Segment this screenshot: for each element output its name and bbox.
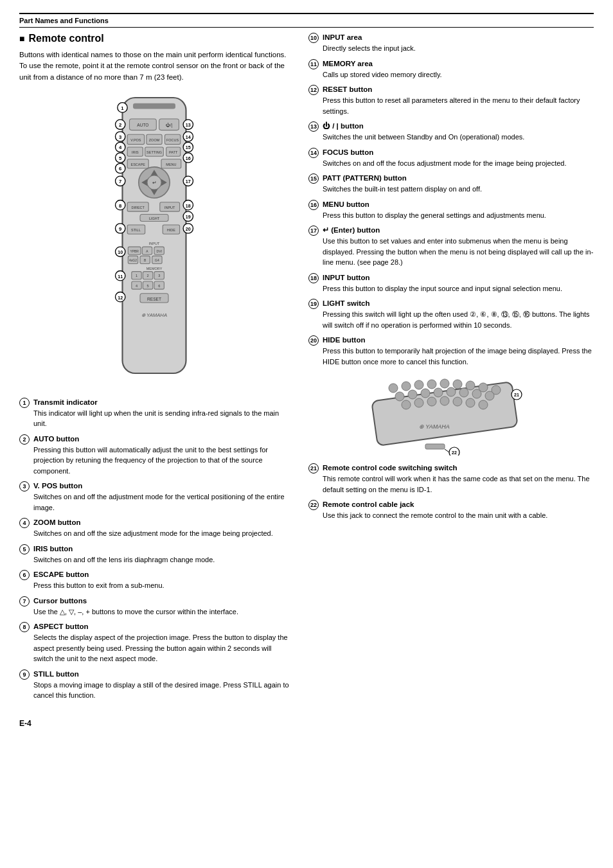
item-number: 19 — [308, 299, 319, 309]
list-item: 5 IRIS button Switches on and off the le… — [19, 544, 289, 565]
list-item: 13 ⏻ / | button Switches the unit betwee… — [308, 121, 594, 143]
list-item: 8 ASPECT button Selects the display aspe… — [19, 622, 289, 664]
svg-text:19: 19 — [186, 215, 191, 220]
item-number: 7 — [19, 596, 30, 607]
item-label: Remote control code switching switch — [323, 464, 458, 472]
svg-text:4xG2: 4xG2 — [129, 259, 137, 262]
svg-text:PATT: PATT — [169, 150, 178, 154]
svg-text:↵: ↵ — [152, 180, 157, 186]
item-label: Transmit indicator — [33, 398, 98, 406]
item-number: 2 — [19, 434, 30, 445]
item-number: 10 — [308, 33, 319, 43]
svg-text:DIRECT: DIRECT — [131, 205, 145, 209]
list-item: 10 INPUT area Directly selects the input… — [308, 33, 594, 54]
item-title: 1 Transmit indicator — [19, 398, 289, 408]
remote-control-image-bottom: ⊕ YAMAHA 21 22 — [308, 372, 594, 456]
list-item: 6 ESCAPE button Press this button to exi… — [19, 570, 289, 591]
svg-text:2: 2 — [119, 122, 121, 128]
svg-point-110 — [402, 382, 411, 391]
item-number: 9 — [19, 669, 30, 680]
svg-text:4: 4 — [136, 284, 138, 288]
item-label: MENU button — [323, 200, 369, 208]
list-item: 14 FOCUS button Switches on and off the … — [308, 148, 594, 169]
item-number: 5 — [19, 544, 30, 554]
item-number: 17 — [308, 226, 319, 236]
svg-text:6: 6 — [119, 166, 121, 172]
svg-text:1: 1 — [121, 105, 124, 111]
svg-point-114 — [453, 380, 462, 389]
svg-text:2: 2 — [147, 274, 149, 278]
svg-text:11: 11 — [118, 274, 123, 279]
item-label: ASPECT button — [33, 623, 89, 630]
item-desc: Calls up stored video memory directly. — [323, 69, 594, 80]
item-desc: This indicator will light up when the un… — [33, 408, 289, 429]
svg-text:5: 5 — [119, 155, 122, 161]
item-label: STILL button — [33, 670, 79, 678]
item-label: HIDE button — [323, 336, 365, 344]
item-number: 8 — [19, 622, 30, 632]
item-desc: Pressing this switch will light up the o… — [323, 309, 594, 330]
item-number: 18 — [308, 273, 319, 283]
list-item: 3 V. POS button Switches on and off the … — [19, 481, 289, 513]
item-label: MEMORY area — [323, 60, 373, 67]
item-number: 13 — [308, 121, 319, 132]
svg-text:5: 5 — [147, 284, 149, 288]
page: Part Names and Functions Remote control … — [0, 0, 613, 741]
item-desc: This remote control will work when it ha… — [323, 474, 594, 495]
item-title: 9 STILL button — [19, 669, 289, 680]
item-title: 4 ZOOM button — [19, 518, 289, 528]
svg-point-123 — [459, 388, 468, 397]
item-number: 1 — [19, 398, 30, 408]
item-label: ESCAPE button — [33, 571, 89, 578]
svg-text:1: 1 — [136, 274, 138, 278]
item-label: AUTO button — [33, 435, 79, 443]
list-item: 7 Cursor buttons Use the △, ▽, –, + butt… — [19, 596, 289, 617]
svg-point-129 — [440, 396, 449, 405]
item-desc: Directly selects the input jack. — [323, 43, 594, 54]
part-names-header: Part Names and Functions — [19, 17, 594, 28]
item-title: 8 ASPECT button — [19, 622, 289, 632]
item-title: 14 FOCUS button — [308, 148, 594, 158]
remote-control-image-top: AUTO ⏻/| V.POS ZOOM FOCUS IRIS SETTING — [19, 91, 289, 387]
item-desc: Use the △, ▽, –, + buttons to move the c… — [33, 607, 289, 617]
svg-text:10: 10 — [118, 250, 123, 255]
bottom-right-items: 21 Remote control code switching switch … — [308, 463, 594, 521]
item-desc: Press this button to temporarily halt pr… — [323, 346, 594, 367]
svg-text:14: 14 — [186, 135, 191, 140]
svg-text:9: 9 — [119, 226, 121, 232]
svg-point-113 — [440, 379, 449, 388]
svg-point-121 — [434, 388, 443, 397]
item-title: 21 Remote control code switching switch — [308, 463, 594, 474]
svg-text:13: 13 — [186, 123, 191, 128]
item-title: 5 IRIS button — [19, 544, 289, 554]
svg-text:18: 18 — [186, 203, 191, 208]
svg-text:HIDE: HIDE — [167, 228, 175, 232]
svg-point-125 — [485, 391, 494, 400]
list-item: 11 MEMORY area Calls up stored video mem… — [308, 59, 594, 80]
svg-point-127 — [414, 398, 423, 407]
list-item: 1 Transmit indicator This indicator will… — [19, 398, 289, 429]
item-desc: Press this button to display the input s… — [323, 283, 594, 294]
svg-text:⊕ YAMAHA: ⊕ YAMAHA — [141, 312, 167, 318]
svg-text:G4: G4 — [155, 259, 159, 262]
item-number: 14 — [308, 148, 319, 158]
item-title: 7 Cursor buttons — [19, 596, 289, 607]
svg-text:IRIS: IRIS — [132, 150, 139, 154]
svg-point-124 — [472, 389, 481, 398]
list-item: 4 ZOOM button Switches on and off the si… — [19, 518, 289, 539]
item-label: Remote control cable jack — [323, 500, 414, 508]
item-desc: Stops a moving image to display a still … — [33, 680, 289, 701]
svg-text:4: 4 — [119, 145, 122, 150]
item-number: 3 — [19, 481, 30, 492]
item-number: 11 — [308, 59, 319, 69]
svg-text:21: 21 — [514, 393, 519, 397]
item-desc: Switches the unit between Standby and On… — [323, 132, 594, 143]
item-title: 22 Remote control cable jack — [308, 500, 594, 510]
svg-text:⏻/|: ⏻/| — [166, 123, 173, 128]
item-number: 12 — [308, 85, 319, 95]
item-number: 20 — [308, 335, 319, 346]
item-title: 19 LIGHT switch — [308, 299, 594, 309]
svg-text:YPBR: YPBR — [130, 250, 139, 253]
item-label: Cursor buttons — [33, 597, 87, 605]
item-title: 11 MEMORY area — [308, 59, 594, 69]
